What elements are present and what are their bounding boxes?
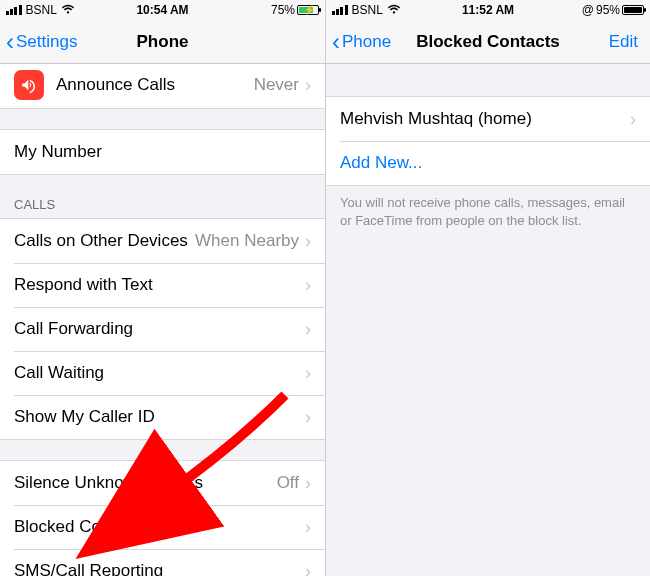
back-button[interactable]: ‹ Phone [326, 30, 391, 54]
my-number-label: My Number [14, 142, 102, 162]
nav-title: Blocked Contacts [416, 32, 560, 52]
status-time: 10:54 AM [136, 3, 188, 17]
chevron-right-icon: › [305, 517, 311, 538]
signal-bars-icon [6, 5, 22, 15]
back-button[interactable]: ‹ Settings [0, 30, 77, 54]
contact-name: Mehvish Mushtaq (home) [340, 109, 532, 129]
row-label: SMS/Call Reporting [14, 561, 163, 576]
row-label: Show My Caller ID [14, 407, 155, 427]
row-label: Call Waiting [14, 363, 104, 383]
chevron-right-icon: › [305, 407, 311, 428]
screen-blocked-contacts: BSNL 11:52 AM @ 95% ‹ Phone Blocked Cont… [325, 0, 650, 576]
sms-call-reporting-row[interactable]: SMS/Call Reporting › [0, 549, 325, 576]
chevron-left-icon: ‹ [6, 30, 14, 54]
row-label: Respond with Text [14, 275, 153, 295]
row-label: Calls on Other Devices [14, 231, 188, 251]
battery-pct: 75% [271, 3, 295, 17]
chevron-left-icon: ‹ [332, 30, 340, 54]
announce-value: Never [254, 75, 299, 95]
row-value: Off [277, 473, 299, 493]
signal-bars-icon [332, 5, 348, 15]
calls-other-devices-row[interactable]: Calls on Other Devices When Nearby › [0, 219, 325, 263]
chevron-right-icon: › [305, 231, 311, 252]
content-area: Mehvish Mushtaq (home) › Add New... You … [326, 64, 650, 237]
status-time: 11:52 AM [462, 3, 514, 17]
battery-icon [622, 5, 644, 15]
row-label: Silence Unknown Callers [14, 473, 203, 493]
announce-calls-row[interactable]: Announce Calls Never › [0, 64, 325, 108]
show-caller-id-row[interactable]: Show My Caller ID › [0, 395, 325, 439]
content-area: Announce Calls Never › My Number CALLS C… [0, 64, 325, 576]
chevron-right-icon: › [305, 275, 311, 296]
back-label: Phone [342, 32, 391, 52]
my-number-row[interactable]: My Number [0, 130, 325, 174]
row-label: Call Forwarding [14, 319, 133, 339]
chevron-right-icon: › [305, 363, 311, 384]
block-list-footer: You will not receive phone calls, messag… [326, 186, 650, 237]
chevron-right-icon: › [305, 319, 311, 340]
carrier-label: BSNL [352, 3, 383, 17]
announce-label: Announce Calls [56, 75, 175, 95]
call-waiting-row[interactable]: Call Waiting › [0, 351, 325, 395]
calls-section-header: CALLS [0, 175, 325, 218]
screen-phone-settings: BSNL 10:54 AM 75% ⚡ ‹ Settings Phone Ann… [0, 0, 325, 576]
nav-bar: ‹ Settings Phone [0, 20, 325, 64]
respond-with-text-row[interactable]: Respond with Text › [0, 263, 325, 307]
add-new-row[interactable]: Add New... [326, 141, 650, 185]
edit-button[interactable]: Edit [609, 32, 650, 52]
battery-pct: 95% [596, 3, 620, 17]
battery-icon: ⚡ [297, 5, 319, 15]
carrier-label: BSNL [26, 3, 57, 17]
status-bar: BSNL 10:54 AM 75% ⚡ [0, 0, 325, 20]
add-new-label: Add New... [340, 153, 422, 173]
nav-bar: ‹ Phone Blocked Contacts Edit [326, 20, 650, 64]
call-forwarding-row[interactable]: Call Forwarding › [0, 307, 325, 351]
blocked-contact-row[interactable]: Mehvish Mushtaq (home) › [326, 97, 650, 141]
wifi-icon [61, 3, 75, 17]
chevron-right-icon: › [305, 561, 311, 577]
back-label: Settings [16, 32, 77, 52]
chevron-right-icon: › [630, 109, 636, 130]
nav-title: Phone [137, 32, 189, 52]
silence-unknown-row[interactable]: Silence Unknown Callers Off › [0, 461, 325, 505]
row-label: Blocked Contacts [14, 517, 146, 537]
chevron-right-icon: › [305, 473, 311, 494]
status-bar: BSNL 11:52 AM @ 95% [326, 0, 650, 20]
wifi-icon [387, 3, 401, 17]
announce-icon [14, 70, 44, 100]
row-value: When Nearby [195, 231, 299, 251]
chevron-right-icon: › [305, 75, 311, 96]
blocked-contacts-row[interactable]: Blocked Contacts › [0, 505, 325, 549]
